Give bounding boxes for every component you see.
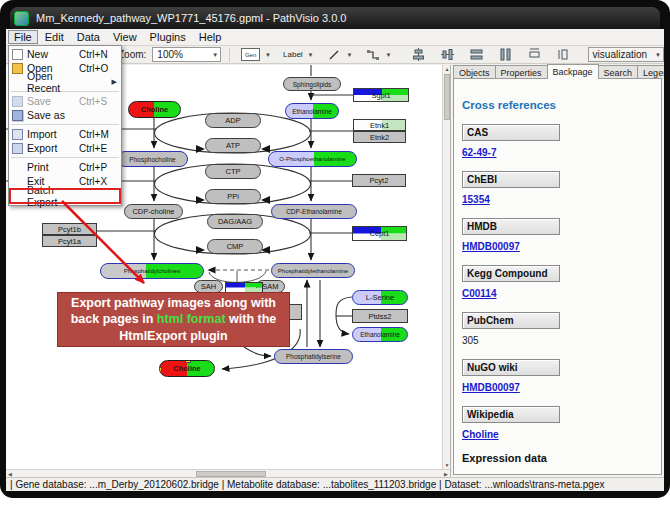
xref-value-chebi[interactable]: 15354 <box>462 194 653 205</box>
file-menu-item-export[interactable]: ExportCtrl+E <box>9 141 121 155</box>
metabolite-node-choline[interactable]: Choline <box>159 360 215 377</box>
backpage-content: Cross references CAS62-49-7ChEBI15354HMD… <box>453 78 662 475</box>
selection-handle[interactable] <box>159 376 162 377</box>
menu-plugins[interactable]: Plugins <box>144 30 192 44</box>
file-menu-item-import[interactable]: ImportCtrl+M <box>9 127 121 141</box>
file-menu-item-open-recent[interactable]: Open Recent▶ <box>9 75 121 89</box>
metabolite-node-cmp[interactable]: CMP <box>207 239 263 254</box>
menu-icon-spacer <box>12 77 23 88</box>
xref-header-kegg-compound: Kegg Compound <box>462 265 560 282</box>
chevron-down-icon: ▼ <box>655 52 661 58</box>
metabolite-node-adp[interactable]: ADP <box>205 113 261 128</box>
zoom-combobox[interactable]: 100% ▼ <box>152 47 221 62</box>
gene-node-pcyt2[interactable]: Pcyt2 <box>352 174 406 187</box>
xref-header-pubchem: PubChem <box>462 312 560 329</box>
metabolite-node-ctp[interactable]: CTP <box>205 164 261 179</box>
menu-separator <box>11 157 119 158</box>
shortcut-label: Ctrl+S <box>79 96 117 107</box>
gene-node-ptdss2[interactable]: Ptdss2 <box>352 309 408 323</box>
canvas-vertical-scrollbar[interactable]: ▲ ▼ <box>442 65 450 469</box>
xref-value-cas[interactable]: 62-49-7 <box>462 147 653 158</box>
selection-handle[interactable] <box>159 367 162 373</box>
metabolite-node-ppi[interactable]: PPi <box>205 189 261 204</box>
file-menu-item-save-as[interactable]: Save as <box>9 108 121 122</box>
menu-data[interactable]: Data <box>71 30 106 44</box>
metabolite-node-phosphatidylcholines[interactable]: Phosphatidylcholines <box>100 263 204 279</box>
metabolite-node-ethanolamine[interactable]: Ethanolamine <box>352 327 408 342</box>
window-frame: Mm_Kennedy_pathway_WP1771_45176.gpml - P… <box>0 0 670 498</box>
common-width-icon[interactable] <box>527 48 542 62</box>
metabolite-node-cdp-ethanolamine[interactable]: CDP-Ethanolamine <box>271 204 357 219</box>
xref-value-wikipedia[interactable]: Choline <box>462 429 653 440</box>
menu-help[interactable]: Help <box>193 30 228 44</box>
xref-value-hmdb[interactable]: HMDB00097 <box>462 241 653 252</box>
tab-backpage[interactable]: Backpage <box>547 64 599 79</box>
distribute-horizontal-icon[interactable] <box>469 48 484 62</box>
metabolite-node-sphingolipids[interactable]: Sphingolipids <box>283 77 341 91</box>
menu-icon-spacer <box>12 176 23 187</box>
xref-value-kegg-compound[interactable]: C00114 <box>462 288 653 299</box>
tab-legend[interactable]: Legend <box>637 65 664 79</box>
metabolite-node-phosphatidylethanolamine[interactable]: Phosphatidylethanolamine <box>271 263 355 278</box>
label-tool-button[interactable]: Label ▼ <box>280 48 317 61</box>
selection-handle[interactable] <box>214 360 215 363</box>
file-menu-item-batch-export[interactable]: Batch Export <box>9 188 121 204</box>
menu-file[interactable]: File <box>8 30 38 44</box>
line-tool-icon <box>326 48 342 62</box>
connector-tool-button[interactable]: ▼ <box>362 46 395 64</box>
new-document-icon <box>12 49 23 60</box>
metabolite-node-l-serine[interactable]: L-Serine <box>352 290 408 305</box>
shortcut-label: Ctrl+E <box>79 143 117 154</box>
gene-node-sgpl1[interactable]: Sgpl1 <box>353 88 409 102</box>
selection-handle[interactable] <box>159 360 162 363</box>
selection-handle[interactable] <box>185 376 191 377</box>
gene-node-pcyt1a[interactable]: Pcyt1a <box>42 235 97 247</box>
metabolite-node-atp[interactable]: ATP <box>205 138 261 153</box>
tab-properties[interactable]: Properties <box>495 65 548 79</box>
connector-tool-icon <box>365 48 381 62</box>
menubar: FileEditDataViewPluginsHelp <box>6 29 664 46</box>
import-icon <box>12 129 23 140</box>
gene-node-pcyt1b[interactable]: Pcyt1b <box>42 223 97 235</box>
selection-handle[interactable] <box>185 360 191 363</box>
cross-references-heading: Cross references <box>462 99 653 111</box>
file-menu-item-new[interactable]: NewCtrl+N <box>9 47 121 61</box>
xref-value-nugo-wiki[interactable]: HMDB00097 <box>462 382 653 393</box>
gene-node-cept1[interactable]: Cept1 <box>352 226 407 241</box>
label-tool-label: Label <box>283 50 303 59</box>
tab-search[interactable]: Search <box>598 65 639 79</box>
tab-objects[interactable]: Objects <box>453 65 496 79</box>
selection-handle[interactable] <box>214 367 215 373</box>
metabolite-node-o-phosphoethanolamine[interactable]: O-Phosphoethanolamine <box>268 151 357 167</box>
gene-node-etnk1[interactable]: Etnk1 <box>353 119 406 131</box>
open-folder-icon <box>12 63 23 74</box>
distribute-vertical-icon[interactable] <box>498 48 513 62</box>
file-menu-item-save[interactable]: SaveCtrl+S <box>9 94 121 108</box>
menu-edit[interactable]: Edit <box>39 30 70 44</box>
align-middle-icon[interactable] <box>440 48 455 62</box>
metabolite-node-dag-aag[interactable]: DAG/AAG <box>207 214 263 229</box>
expression-data-heading: Expression data <box>462 452 653 464</box>
gene-tool-button[interactable]: Gen ▼ <box>238 46 274 63</box>
metabolite-node-phosphatidylserine[interactable]: Phosphatidylserine <box>274 349 353 364</box>
chevron-down-icon: ▼ <box>212 52 218 58</box>
align-center-icon[interactable] <box>410 48 425 62</box>
common-height-icon[interactable] <box>556 48 571 62</box>
metabolite-node-cdp-choline[interactable]: CDP-choline <box>124 204 183 219</box>
chevron-down-icon: ▼ <box>265 52 271 58</box>
metabolite-node-phosphocholine[interactable]: Phosphocholine <box>117 151 188 167</box>
metabolite-node-choline[interactable]: Choline <box>128 101 181 118</box>
zoom-label: Zoom: <box>118 49 146 60</box>
menu-view[interactable]: View <box>107 30 143 44</box>
metabolite-node-ethanolamine[interactable]: Ethanolamine <box>285 103 339 119</box>
application-window: FileEditDataViewPluginsHelp Zoom: 100% ▼… <box>6 29 664 491</box>
canvas-horizontal-scrollbar[interactable]: ◀ ▶ <box>6 469 450 477</box>
shortcut-label: Ctrl+O <box>79 63 117 74</box>
line-tool-button[interactable]: ▼ <box>323 46 356 64</box>
selection-handle[interactable] <box>214 376 215 377</box>
visualization-combobox[interactable]: visualization ▼ <box>588 47 664 62</box>
titlebar: Mm_Kennedy_pathway_WP1771_45176.gpml - P… <box>10 7 660 29</box>
shortcut-label: Ctrl+M <box>79 129 117 140</box>
gene-node-etnk2[interactable]: Etnk2 <box>353 131 406 143</box>
file-menu-item-print[interactable]: PrintCtrl+P <box>9 160 121 174</box>
